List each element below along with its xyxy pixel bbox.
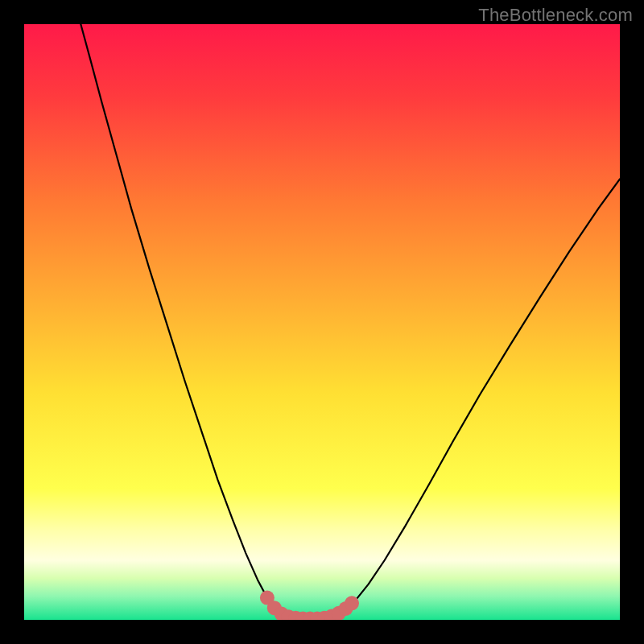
gradient-background [24, 24, 620, 620]
plot-area [24, 24, 620, 620]
marker-bottom-band [345, 596, 359, 610]
watermark-text: TheBottleneck.com [478, 5, 633, 26]
chart-frame: TheBottleneck.com [0, 0, 644, 644]
chart-svg [24, 24, 620, 620]
